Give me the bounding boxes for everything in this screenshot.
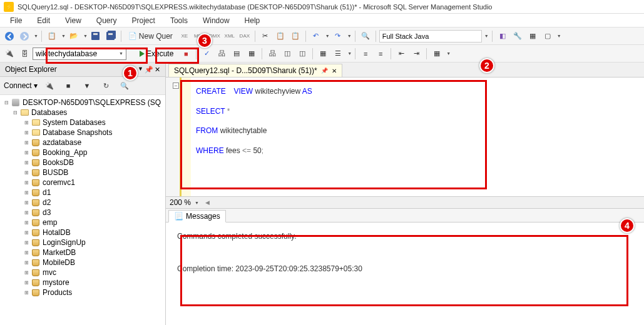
expander-icon[interactable]: ⊞ [23, 119, 30, 126]
display-plan-button[interactable]: 品 [215, 47, 228, 61]
pin-tab-icon[interactable]: 📌 [321, 68, 328, 74]
menu-help[interactable]: Help [237, 15, 268, 26]
menu-edit[interactable]: Edit [29, 15, 58, 26]
toolbar-btn-dax[interactable]: DAX [238, 29, 252, 43]
object-explorer-tree[interactable]: ⊟ DESKTOP-N65D09T\SQLEXPRESS (SQ ⊟ Datab… [0, 95, 165, 325]
nav-back-button[interactable] [3, 29, 16, 43]
scroll-left-icon[interactable]: ◀ [205, 199, 210, 206]
copy-button[interactable]: 📋 [273, 29, 287, 43]
tree-databases-node[interactable]: ⊟ Databases [0, 108, 165, 118]
pin-icon[interactable]: 📌 [145, 66, 153, 74]
tree-database-item[interactable]: ⊞coremvc1 [0, 178, 165, 188]
intellisense-button[interactable]: ▦ [245, 47, 258, 61]
parse-button[interactable]: ✓ [200, 47, 213, 61]
expander-icon[interactable]: ⊞ [23, 269, 30, 276]
expander-icon[interactable]: ⊞ [23, 259, 30, 266]
close-panel-icon[interactable]: ✕ [155, 66, 160, 74]
toolbar-btn-b[interactable]: 🔧 [511, 29, 524, 43]
tree-database-item[interactable]: ⊞emp [0, 218, 165, 228]
oe-disconnect-button[interactable]: 🔌 [43, 79, 56, 92]
expander-icon[interactable]: ⊞ [23, 189, 30, 196]
tree-database-item[interactable]: ⊞HotalDB [0, 228, 165, 238]
decrease-indent-button[interactable]: ⇤ [394, 47, 408, 61]
zoom-level[interactable]: 200 % [170, 198, 191, 207]
new-query-button[interactable]: 📄 New Quer [125, 29, 176, 43]
database-dropdown[interactable]: wikitechydatabase ▼ [33, 48, 126, 60]
tree-database-item[interactable]: ⊞mystore [0, 278, 165, 288]
tree-database-item[interactable]: ⊞d3 [0, 208, 165, 218]
specify-values-button[interactable]: ▦ [430, 47, 444, 61]
query-options-button[interactable]: ▤ [230, 47, 243, 61]
expander-icon[interactable]: ⊞ [23, 219, 30, 226]
dropdown-icon[interactable]: ▼ [138, 66, 143, 74]
code-editor[interactable]: − CREATE VIEW wikitechyview AS SELECT * … [166, 78, 644, 196]
connect-button[interactable]: Connect ▾ [4, 81, 38, 90]
toolbar-btn-xmla[interactable]: XML [223, 29, 237, 43]
tree-database-item[interactable]: ⊞Products [0, 288, 165, 298]
toolbar-btn-a[interactable]: ◧ [496, 29, 509, 43]
zoom-dropdown-icon[interactable]: ▼ [195, 201, 199, 205]
uncomment-button[interactable]: ≡ [374, 47, 387, 61]
oe-search-button[interactable]: 🔍 [118, 79, 131, 92]
expander-icon[interactable]: ⊞ [23, 169, 30, 176]
expander-icon[interactable]: ⊞ [23, 289, 30, 296]
include-plan-button[interactable]: 品 [265, 47, 279, 61]
execute-button[interactable]: Execute [135, 47, 178, 61]
expander-icon[interactable]: ⊞ [23, 139, 30, 146]
messages-panel[interactable]: Commands completed successfully. Complet… [166, 222, 644, 325]
expander-icon[interactable]: ⊞ [23, 179, 30, 186]
oe-refresh-button[interactable]: ↻ [99, 79, 113, 92]
tree-database-item[interactable]: ⊞BooksDB [0, 158, 165, 168]
toolbar-btn-d[interactable]: ▢ [541, 29, 555, 43]
undo-button[interactable]: ↶ [309, 29, 323, 43]
collapse-marker-icon[interactable]: − [173, 82, 179, 89]
menu-tools[interactable]: Tools [163, 15, 195, 26]
tree-database-item[interactable]: ⊞MobileDB [0, 258, 165, 268]
available-databases-icon[interactable]: 🗄 [18, 47, 31, 61]
results-text-button[interactable]: ☰ [331, 47, 345, 61]
expander-icon[interactable]: ⊞ [23, 229, 30, 236]
menu-view[interactable]: View [58, 15, 89, 26]
change-connection-button[interactable]: 🔌 [3, 47, 16, 61]
tree-database-item[interactable]: ⊞d1 [0, 188, 165, 198]
tree-server-node[interactable]: ⊟ DESKTOP-N65D09T\SQLEXPRESS (SQ [0, 98, 165, 108]
expander-icon[interactable]: ⊞ [23, 159, 30, 166]
client-stats-button[interactable]: ◫ [295, 47, 309, 61]
messages-tab[interactable]: 📃 Messages [168, 210, 226, 222]
increase-indent-button[interactable]: ⇥ [409, 47, 423, 61]
expander-icon[interactable]: ⊞ [23, 209, 30, 216]
menu-query[interactable]: Query [89, 15, 125, 26]
paste-button[interactable]: 📋 [289, 29, 302, 43]
save-all-button[interactable] [104, 29, 118, 43]
close-tab-icon[interactable]: ✕ [332, 68, 337, 74]
new-project-button[interactable]: 📋 [45, 29, 59, 43]
oe-stop-button[interactable]: ■ [61, 79, 75, 92]
expander-icon[interactable]: ⊞ [23, 239, 30, 246]
results-grid-button[interactable]: ▦ [316, 47, 330, 61]
expander-icon[interactable]: ⊞ [23, 129, 30, 136]
nav-fwd-button[interactable] [18, 29, 31, 43]
open-file-button[interactable]: 📂 [67, 29, 81, 43]
menu-window[interactable]: Window [195, 15, 237, 26]
find-button[interactable]: 🔍 [359, 29, 372, 43]
editor-tab-active[interactable]: SQLQuery12.sql - D...5D09T\Sharuk (51))*… [168, 64, 342, 77]
tree-database-item[interactable]: ⊞azdatabase [0, 138, 165, 148]
tree-database-item[interactable]: ⊞LoginSignUp [0, 238, 165, 248]
code-content[interactable]: CREATE VIEW wikitechyview AS SELECT * FR… [191, 78, 317, 196]
toolbar-btn-c[interactable]: ▦ [526, 29, 539, 43]
tree-system-databases[interactable]: ⊞ System Databases [0, 118, 165, 128]
stop-button[interactable]: ■ [179, 47, 193, 61]
menu-file[interactable]: File [3, 15, 29, 26]
expander-icon[interactable]: ⊞ [23, 249, 30, 256]
live-stats-button[interactable]: ◫ [280, 47, 294, 61]
tree-database-item[interactable]: ⊞BUSDB [0, 168, 165, 178]
tree-snapshots[interactable]: ⊞ Database Snapshots [0, 128, 165, 138]
menu-project[interactable]: Project [125, 15, 163, 26]
comment-button[interactable]: ≡ [359, 47, 372, 61]
cut-button[interactable]: ✂ [258, 29, 272, 43]
expander-icon[interactable]: ⊞ [23, 199, 30, 206]
oe-filter-button[interactable]: ▼ [80, 79, 94, 92]
xevent-button[interactable]: XE [178, 29, 192, 43]
expander-icon[interactable]: ⊞ [23, 279, 30, 286]
expander-icon[interactable]: ⊞ [23, 149, 30, 156]
